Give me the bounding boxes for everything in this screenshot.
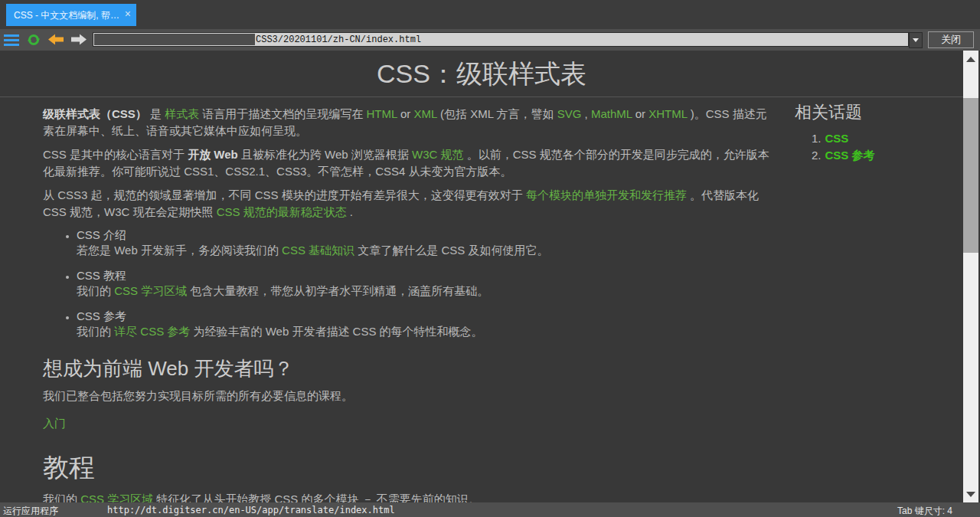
list-number: 1. (812, 132, 822, 145)
inline-link[interactable]: W3C 规范 (412, 148, 464, 161)
inline-link[interactable]: MathML (591, 107, 632, 120)
list-item: CSS 介绍 若您是 Web 开发新手，务必阅读我们的 CSS 基础知识 文章了… (77, 227, 774, 258)
list-item-title: CSS 教程 (77, 268, 774, 283)
address-selection (94, 34, 255, 45)
frontend-paragraph: 我们已整合包括您努力实现目标所需的所有必要信息的课程。 (43, 388, 774, 404)
related-topics-title: 相关话题 (795, 101, 925, 124)
list-item-title: CSS 参考 (77, 309, 774, 324)
article: 级联样式表（CSS） 是 样式表 语言用于描述文档的呈现编写在 HTML or … (43, 106, 774, 502)
page-title: CSS：级联样式表 (0, 58, 963, 97)
list-item-title: CSS 介绍 (77, 227, 774, 243)
topic-list: CSS 介绍 若您是 Web 开发新手，务必阅读我们的 CSS 基础知识 文章了… (43, 227, 774, 339)
inline-link[interactable]: 详尽 CSS 参考 (114, 325, 190, 338)
inline-link[interactable]: HTML (367, 107, 397, 120)
related-topics: 相关话题 1.CSS 2.CSS 参考 (795, 101, 925, 163)
inline-link[interactable]: CSS 规范的最新稳定状态 (217, 205, 347, 218)
list-item-desc: 我们的 CSS 学习区域 包含大量教程，带您从初学者水平到精通，涵盖所有基础。 (77, 283, 774, 299)
vertical-scrollbar[interactable] (963, 51, 978, 502)
toolbar: CSS3/20201101/zh-CN/index.html 关闭 (0, 29, 980, 51)
related-topic-link[interactable]: 1.CSS (812, 131, 925, 146)
scrollbar-thumb[interactable] (963, 98, 978, 253)
scroll-down-icon[interactable] (966, 492, 975, 497)
inline-link[interactable]: 每个模块的单独开发和发行推荐 (526, 188, 687, 201)
list-item: CSS 教程 我们的 CSS 学习区域 包含大量教程，带您从初学者水平到精通，涵… (77, 268, 774, 299)
address-dropdown-button[interactable] (909, 32, 923, 48)
page-content: CSS：级联样式表 级联样式表（CSS） 是 样式表 语言用于描述文档的呈现编写… (0, 51, 980, 502)
inline-link[interactable]: CSS 基础知识 (282, 244, 354, 257)
related-topic-label[interactable]: CSS (825, 132, 849, 145)
related-topic-link[interactable]: 2.CSS 参考 (812, 148, 925, 163)
inline-link[interactable]: SVG (557, 107, 582, 120)
status-tab-size: Tab 键尺寸: 4 (897, 505, 952, 517)
status-app: 运行应用程序 (3, 505, 58, 517)
address-bar[interactable]: CSS3/20201101/zh-CN/index.html (93, 32, 909, 47)
menu-icon[interactable] (4, 34, 19, 46)
intro-paragraph-1: 级联样式表（CSS） 是 样式表 语言用于描述文档的呈现编写在 HTML or … (43, 106, 774, 139)
section-heading-tutorials: 教程 (43, 451, 774, 483)
chevron-down-icon (913, 38, 919, 42)
address-text: CSS3/20201101/zh-CN/index.html (256, 34, 421, 45)
list-item: CSS 参考 我们的 详尽 CSS 参考 为经验丰富的 Web 开发者描述 CS… (77, 309, 774, 339)
tab-bar: CSS - 中文文档编制, 帮… × (0, 0, 980, 29)
inline-link[interactable]: XML (414, 107, 437, 120)
tab-title: CSS - 中文文档编制, 帮… (14, 9, 119, 22)
scroll-up-icon[interactable] (966, 57, 975, 62)
related-topic-label[interactable]: CSS 参考 (825, 149, 875, 162)
section-heading-frontend: 想成为前端 Web 开发者吗？ (43, 356, 774, 381)
inline-link[interactable]: CSS 学习区域 (114, 284, 187, 297)
forward-icon[interactable] (70, 33, 88, 46)
list-number: 2. (812, 149, 822, 162)
close-button[interactable]: 关闭 (928, 31, 974, 48)
back-icon[interactable] (47, 33, 65, 46)
list-item-desc: 若您是 Web 开发新手，务必阅读我们的 CSS 基础知识 文章了解什么是 CS… (77, 243, 774, 258)
document-view: CSS：级联样式表 级联样式表（CSS） 是 样式表 语言用于描述文档的呈现编写… (0, 51, 963, 502)
status-bar: 运行应用程序 http://dt.digitser.cn/en-US/app/t… (0, 502, 980, 517)
inline-link[interactable]: CSS 学习区域 (80, 492, 153, 502)
browser-tab[interactable]: CSS - 中文文档编制, 帮… × (6, 4, 136, 26)
intro-paragraph-3: 从 CSS3 起，规范的领域显著增加，不同 CSS 模块的进度开始有差异很大，这… (43, 187, 774, 221)
inline-link[interactable]: 样式表 (165, 107, 199, 120)
intro-paragraph-2: CSS 是其中的核心语言对于 开放 Web 且被标准化为跨 Web 浏览器根据 … (43, 146, 774, 180)
refresh-icon[interactable] (27, 33, 41, 47)
status-url: http://dt.digitser.cn/en-US/app/translat… (107, 505, 395, 515)
tutorials-paragraph: 我们的 CSS 学习区域 特征化了从头开始教授 CSS 的多个模块 － 不需要先… (43, 491, 774, 502)
getting-started-link[interactable]: 入门 (43, 417, 774, 431)
tab-close-icon[interactable]: × (125, 8, 131, 20)
list-item-desc: 我们的 详尽 CSS 参考 为经验丰富的 Web 开发者描述 CSS 的每个特性… (77, 324, 774, 339)
inline-link[interactable]: XHTML (648, 107, 687, 120)
